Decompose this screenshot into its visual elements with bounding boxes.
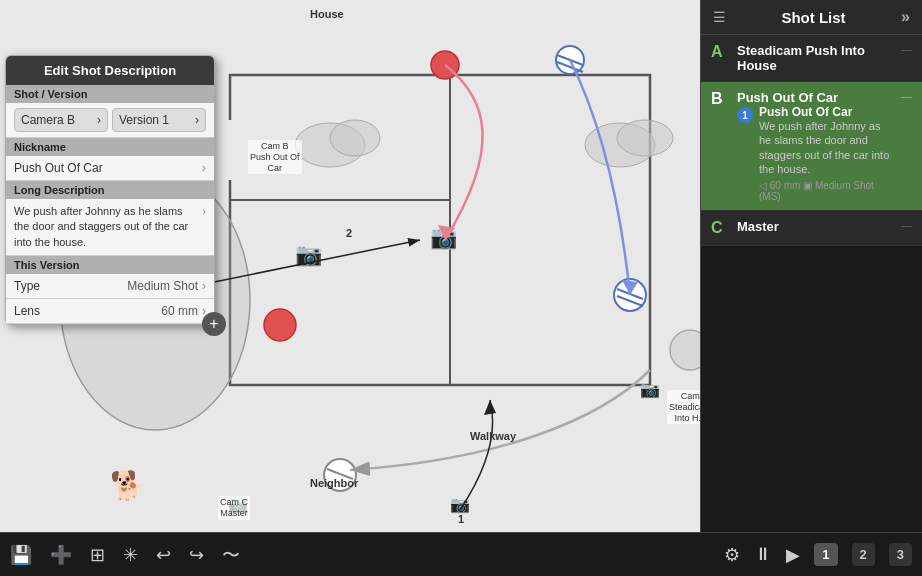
- version-arrow-icon: ›: [195, 113, 199, 127]
- section-this-version: This Version: [6, 256, 214, 274]
- camera-arrow-icon: ›: [97, 113, 101, 127]
- type-label: Type: [14, 279, 127, 293]
- play-icon[interactable]: ▶: [786, 544, 800, 566]
- shot-item-c[interactable]: C Master —: [701, 211, 922, 246]
- neighbor-label: Neighbor: [310, 477, 358, 489]
- version-row: Camera B › Version 1 ›: [6, 103, 214, 138]
- house-label: House: [310, 8, 344, 20]
- shot-subtitle-b: 1 Push Out Of Car We push after Johnny a…: [737, 105, 893, 202]
- shot-item-b[interactable]: B Push Out Of Car 1 Push Out Of Car We p…: [701, 82, 922, 211]
- right-panel: ☰ Shot List » A Steadicam Push Into Hous…: [700, 0, 922, 532]
- svg-text:🐕: 🐕: [110, 469, 145, 502]
- svg-text:2: 2: [644, 387, 650, 399]
- shot-list-items: A Steadicam Push Into House — B Push Out…: [701, 35, 922, 532]
- nickname-row[interactable]: Push Out Of Car ›: [6, 156, 214, 181]
- long-desc-arrow-icon: ›: [202, 204, 206, 219]
- shot-content-b: Push Out Of Car 1 Push Out Of Car We pus…: [737, 90, 893, 202]
- type-arrow-icon: ›: [202, 279, 206, 293]
- lens-value: 60 mm: [161, 304, 198, 318]
- pen-icon[interactable]: 〜: [222, 543, 240, 567]
- svg-point-9: [617, 120, 673, 156]
- svg-rect-2: [225, 120, 233, 180]
- shot-item-a[interactable]: A Steadicam Push Into House —: [701, 35, 922, 82]
- steadicam-label: CamSteadicamInto H...: [667, 390, 700, 424]
- shot-badge-b: 1: [737, 107, 753, 123]
- shot-meta-b: ◁ 60 mm ▣ Medium Shot (MS): [759, 180, 893, 202]
- shot-content-a: Steadicam Push Into House: [737, 43, 893, 73]
- shot-content-c: Master: [737, 219, 893, 234]
- page-1-button[interactable]: 1: [814, 543, 837, 566]
- cam-c-label: Cam CMaster: [218, 496, 250, 520]
- main-area: 🐕 📷: [0, 0, 922, 532]
- version-button[interactable]: Version 1 ›: [112, 108, 206, 132]
- long-desc-value: We push after Johnny as he slams the doo…: [14, 204, 198, 250]
- camera-button[interactable]: Camera B ›: [14, 108, 108, 132]
- walkway-label: Walkway: [470, 430, 516, 442]
- asterisk-icon[interactable]: ✳: [123, 544, 138, 566]
- shot-b-handle: —: [901, 90, 912, 102]
- add-button[interactable]: +: [202, 312, 226, 336]
- toolbar-left: 💾 ➕ ⊞ ✳ ↩ ↪ 〜: [10, 543, 240, 567]
- canvas: 🐕 📷: [0, 0, 700, 532]
- shot-c-handle: —: [901, 219, 912, 231]
- type-value: Medium Shot: [127, 279, 198, 293]
- edit-panel: Edit Shot Description Shot / Version Cam…: [5, 55, 215, 325]
- shot-title-c: Master: [737, 219, 893, 234]
- redo-icon[interactable]: ↪: [189, 544, 204, 566]
- nickname-arrow-icon: ›: [202, 161, 206, 175]
- svg-point-11: [264, 309, 296, 341]
- version-label: Version 1: [119, 113, 169, 127]
- expand-icon[interactable]: »: [901, 8, 910, 26]
- list-icon: ☰: [713, 9, 726, 25]
- section-long-desc: Long Description: [6, 181, 214, 199]
- toolbar-right: ⚙ ⏸ ▶ 1 2 3: [724, 543, 912, 566]
- svg-text:2: 2: [346, 227, 352, 239]
- lens-row[interactable]: Lens 60 mm ›: [6, 299, 214, 324]
- type-row[interactable]: Type Medium Shot ›: [6, 274, 214, 299]
- cam-b-label: Cam BPush Out OfCar: [248, 140, 302, 174]
- shot-desc-b: We push after Johnny as he slams the doo…: [759, 119, 893, 176]
- page-2-button[interactable]: 2: [852, 543, 875, 566]
- shot-title-a: Steadicam Push Into House: [737, 43, 893, 73]
- long-desc-row[interactable]: We push after Johnny as he slams the doo…: [6, 199, 214, 256]
- shot-list-title: Shot List: [781, 9, 845, 26]
- svg-text:1: 1: [458, 513, 464, 525]
- undo-icon[interactable]: ↩: [156, 544, 171, 566]
- pause-icon[interactable]: ⏸: [754, 544, 772, 565]
- save-icon[interactable]: 💾: [10, 544, 32, 566]
- svg-point-7: [330, 120, 380, 156]
- shot-letter-b: B: [711, 90, 729, 108]
- camera-label: Camera B: [21, 113, 75, 127]
- app: 🐕 📷: [0, 0, 922, 576]
- bottom-toolbar: 💾 ➕ ⊞ ✳ ↩ ↪ 〜 ⚙ ⏸ ▶ 1 2 3: [0, 532, 922, 576]
- lens-label: Lens: [14, 304, 161, 318]
- settings-icon[interactable]: ⚙: [724, 544, 740, 566]
- layers-icon[interactable]: ⊞: [90, 544, 105, 566]
- section-shot-version: Shot / Version: [6, 85, 214, 103]
- add-icon[interactable]: ➕: [50, 544, 72, 566]
- shot-list-header: ☰ Shot List »: [701, 0, 922, 35]
- shot-a-handle: —: [901, 43, 912, 55]
- page-3-button[interactable]: 3: [889, 543, 912, 566]
- shot-detail-title-b: Push Out Of Car: [759, 105, 893, 119]
- section-nickname: Nickname: [6, 138, 214, 156]
- shot-title-b: Push Out Of Car: [737, 90, 893, 105]
- shot-letter-a: A: [711, 43, 729, 61]
- shot-letter-c: C: [711, 219, 729, 237]
- edit-panel-title: Edit Shot Description: [6, 56, 214, 85]
- nickname-value: Push Out Of Car: [14, 161, 103, 175]
